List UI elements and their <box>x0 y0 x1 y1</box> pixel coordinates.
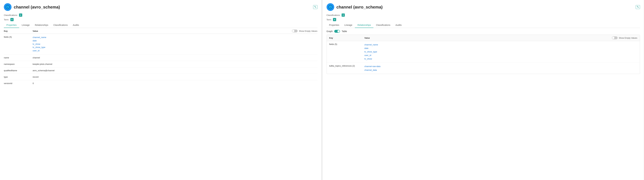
table-row: type record <box>4 74 318 80</box>
left-entity-icon <box>4 3 12 11</box>
left-panel-header: channel (avro_schema) ✎ <box>4 3 318 11</box>
right-term-label: Term: <box>326 19 332 21</box>
inner-cell-key-fields: fields (5) <box>329 43 364 61</box>
left-tab-lineage[interactable]: Lineage <box>19 23 32 28</box>
right-edit-button[interactable]: ✎ <box>636 5 640 9</box>
graph-table-switch[interactable] <box>334 30 340 33</box>
graph-label: Graph <box>326 30 333 33</box>
table-row: qualifiedName avro_schema@channel <box>4 67 318 74</box>
left-tabs: Properties Lineage Relationships Classif… <box>4 23 318 28</box>
table-row: versionId 0 <box>4 80 318 86</box>
right-link-channel-name[interactable]: channel_name <box>364 43 378 47</box>
left-col-key: Key <box>4 30 32 32</box>
left-term-row: Term: + <box>4 18 318 21</box>
right-inner-table-cols: Key Value <box>329 37 370 39</box>
link-channel-name[interactable]: channel_name <box>32 36 318 39</box>
cell-key-namespace: namespace <box>4 63 32 65</box>
right-link-tv-show-type[interactable]: tv_show_type <box>364 50 378 54</box>
left-edit-button[interactable]: ✎ <box>313 5 318 9</box>
left-add-classification-button[interactable]: + <box>19 14 22 17</box>
link-tv-show[interactable]: tv_show <box>32 43 318 46</box>
inner-table-row: fields (5) channel_name date tv_show_typ… <box>327 41 640 63</box>
cell-key-type: type <box>4 76 32 78</box>
right-inner-table-header: Key Value Show Empty Values <box>327 35 640 41</box>
right-tab-audits[interactable]: Audits <box>393 23 404 28</box>
left-tab-relationships[interactable]: Relationships <box>32 23 51 28</box>
right-show-empty-row: Show Empty Values <box>612 36 637 39</box>
table-row: fields (5) channel_name date tv_show tv_… <box>4 34 318 55</box>
right-show-empty-toggle[interactable] <box>612 36 618 39</box>
link-user-id[interactable]: user_id <box>32 49 318 52</box>
left-title-row: channel (avro_schema) <box>4 3 60 11</box>
left-classifications-row: Classifications: + <box>4 14 318 17</box>
left-classifications-label: Classifications: <box>4 14 18 16</box>
right-entity-icon <box>326 3 334 11</box>
link-date[interactable]: date <box>32 39 318 43</box>
inner-table-row: kafka_topics_references (2) channel-raw-… <box>327 63 640 74</box>
left-panel: channel (avro_schema) ✎ Classifications:… <box>0 0 322 180</box>
inner-cell-value-kafka: channel-raw-data channel_data <box>364 65 380 72</box>
cell-key-versionid: versionId <box>4 82 32 84</box>
right-classifications-row: Classifications: + <box>326 14 640 17</box>
cell-key-qualifiedname: qualifiedName <box>4 69 32 72</box>
left-table-header: Key Value Show Empty Values <box>4 28 318 34</box>
right-tab-classifications[interactable]: Classifications <box>374 23 393 28</box>
inner-cell-key-kafka: kafka_topics_references (2) <box>329 65 364 72</box>
right-link-channel-raw-data[interactable]: channel-raw-data <box>364 65 380 68</box>
left-table-cols: Key Value <box>4 30 38 32</box>
cell-value-fields: channel_name date tv_show tv_show_type u… <box>32 36 318 52</box>
right-add-classification-button[interactable]: + <box>342 14 345 17</box>
left-tab-audits[interactable]: Audits <box>70 23 82 28</box>
right-inner-table: Key Value Show Empty Values fields (5) c… <box>326 35 640 74</box>
link-tv-show-type[interactable]: tv_show_type <box>32 46 318 49</box>
left-add-term-button[interactable]: + <box>10 18 14 21</box>
right-classifications-label: Classifications: <box>326 14 340 16</box>
right-link-channel-data[interactable]: channel_data <box>364 68 380 72</box>
left-term-label: Term: <box>4 19 9 21</box>
cell-value-qualifiedname: avro_schema@channel <box>32 69 318 72</box>
left-col-value: Value <box>32 30 38 32</box>
right-entity-title: channel (avro_schema) <box>336 5 383 10</box>
right-link-tv-show[interactable]: tv_show <box>364 57 378 61</box>
left-show-empty-row: Show Empty Values <box>292 30 317 32</box>
right-tab-relationships[interactable]: Relationships <box>355 23 374 28</box>
cell-key-name: name <box>4 56 32 59</box>
table-label: Table <box>342 30 347 33</box>
left-show-empty-label: Show Empty Values <box>299 30 317 32</box>
left-entity-title: channel (avro_schema) <box>14 5 60 10</box>
right-title-row: channel (avro_schema) <box>326 3 383 11</box>
right-panel: channel (avro_schema) ✎ Classifications:… <box>323 0 644 180</box>
right-add-term-button[interactable]: + <box>333 18 336 21</box>
right-tab-properties[interactable]: Properties <box>326 23 342 28</box>
inner-cell-value-fields: channel_name date tv_show_type user_id t… <box>364 43 378 61</box>
left-table-wrapper: Key Value Show Empty Values fields (5) c… <box>4 28 318 86</box>
cell-key-fields: fields (5) <box>4 36 32 52</box>
table-row: namespace keepler.pluto.channel <box>4 61 318 67</box>
right-tab-lineage[interactable]: Lineage <box>342 23 355 28</box>
left-tab-properties[interactable]: Properties <box>4 23 19 28</box>
cell-value-namespace: keepler.pluto.channel <box>32 63 318 65</box>
right-link-user-id[interactable]: user_id <box>364 54 378 57</box>
cell-value-name: channel <box>32 56 318 59</box>
right-col-key: Key <box>329 37 364 39</box>
left-tab-classifications[interactable]: Classifications <box>51 23 70 28</box>
left-show-empty-toggle[interactable] <box>292 30 298 32</box>
right-show-empty-label: Show Empty Values <box>619 37 637 39</box>
right-panel-header: channel (avro_schema) ✎ <box>326 3 640 11</box>
table-row: name channel <box>4 55 318 61</box>
panel-divider <box>322 0 323 180</box>
right-link-date[interactable]: date <box>364 47 378 50</box>
cell-value-type: record <box>32 76 318 78</box>
cell-value-versionid: 0 <box>32 82 318 84</box>
right-term-row: Term: + <box>326 18 640 21</box>
graph-table-toggle: Graph Table <box>326 30 640 33</box>
right-tabs: Properties Lineage Relationships Classif… <box>326 23 640 28</box>
right-col-value: Value <box>364 37 370 39</box>
